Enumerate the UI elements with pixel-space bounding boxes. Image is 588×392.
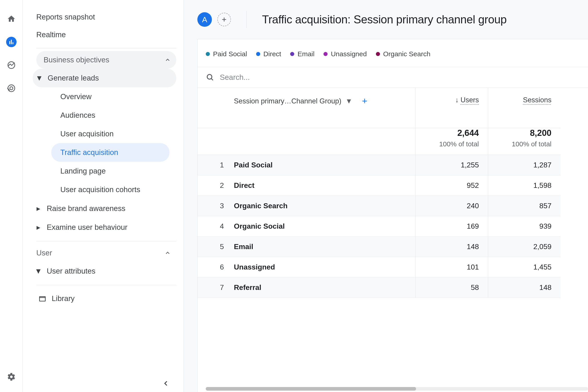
collapse-sidebar-button[interactable] — [162, 379, 170, 388]
row-channel[interactable]: Referral — [234, 278, 415, 298]
section-label: User — [36, 249, 52, 257]
row-channel[interactable]: Organic Search — [234, 196, 415, 216]
advertising-icon[interactable] — [6, 83, 16, 94]
row-channel[interactable]: Direct — [234, 175, 415, 196]
icon-rail — [0, 0, 23, 392]
row-channel[interactable]: Unassigned — [234, 257, 415, 278]
totals-users-value: 2,644 — [416, 128, 479, 138]
subnav-landing-page[interactable]: Landing page — [60, 162, 176, 180]
row-channel[interactable]: Email — [234, 236, 415, 257]
row-users: 169 — [415, 216, 488, 236]
row-index: 5 — [198, 236, 234, 257]
th-users[interactable]: ↓Users — [415, 88, 488, 128]
chevron-up-icon — [164, 250, 171, 256]
legend-label: Email — [298, 50, 314, 58]
th-sessions[interactable]: Sessions — [488, 88, 560, 128]
main: A Traffic acquisition: Session primary c… — [184, 0, 588, 392]
row-users: 240 — [415, 196, 488, 216]
row-sessions: 1,455 — [488, 257, 560, 278]
subnav-generate-leads: Overview Audiences User acquisition Traf… — [36, 87, 176, 199]
group-raise-brand-awareness[interactable]: ▸ Raise brand awareness — [36, 199, 176, 218]
row-channel[interactable]: Paid Social — [234, 155, 415, 175]
nav-library[interactable]: Library — [36, 288, 176, 303]
reports-icon[interactable] — [6, 37, 16, 47]
row-index: 6 — [198, 257, 234, 278]
legend-dot-icon — [206, 52, 210, 56]
divider — [36, 48, 176, 48]
totals-users: 2,644 100% of total — [415, 128, 488, 155]
data-table: Session primary…Channel Group) ▼ + ↓User… — [198, 88, 588, 298]
row-sessions: 857 — [488, 196, 560, 216]
row-index: 7 — [198, 278, 234, 298]
horizontal-scrollbar[interactable] — [206, 387, 588, 391]
explore-icon[interactable] — [6, 60, 16, 70]
row-index: 3 — [198, 196, 234, 216]
svg-point-1 — [8, 85, 15, 92]
chevron-up-icon — [164, 57, 171, 63]
subnav-user-acquisition[interactable]: User acquisition — [60, 124, 176, 143]
row-index: 2 — [198, 175, 234, 196]
row-users: 1,255 — [415, 155, 488, 175]
section-user[interactable]: User — [36, 244, 176, 262]
search-input[interactable] — [220, 73, 580, 82]
divider — [246, 11, 246, 28]
th-dimension[interactable]: Session primary…Channel Group) ▼ + — [234, 88, 415, 128]
section-label: Business objectives — [44, 56, 109, 64]
legend-label: Unassigned — [331, 50, 366, 58]
metric-label: Users — [460, 96, 479, 104]
report-header: A Traffic acquisition: Session primary c… — [184, 0, 588, 39]
scrollbar-thumb[interactable] — [206, 387, 416, 391]
sidebar: Reports snapshot Realtime Business objec… — [23, 0, 184, 392]
add-comparison-button[interactable] — [217, 13, 231, 26]
row-channel[interactable]: Organic Social — [234, 216, 415, 236]
row-users: 148 — [415, 236, 488, 257]
legend-label: Direct — [264, 50, 281, 58]
subnav-overview[interactable]: Overview — [60, 87, 176, 106]
group-label: Examine user behaviour — [47, 223, 128, 232]
table-search[interactable] — [198, 67, 588, 88]
legend-item[interactable]: Email — [290, 50, 314, 58]
row-users: 952 — [415, 175, 488, 196]
caret-down-icon: ▼ — [37, 74, 41, 82]
legend-item[interactable]: Organic Search — [376, 50, 430, 58]
row-index: 4 — [198, 216, 234, 236]
row-users: 101 — [415, 257, 488, 278]
divider — [36, 285, 176, 285]
totals-sessions-sub: 100% of total — [512, 140, 552, 148]
group-label: Generate leads — [48, 74, 99, 82]
totals-users-sub: 100% of total — [439, 140, 479, 148]
legend-item[interactable]: Direct — [256, 50, 281, 58]
row-sessions: 1,598 — [488, 175, 560, 196]
comparison-chip[interactable]: A — [197, 12, 212, 27]
th-index — [198, 88, 234, 128]
totals-spacer — [234, 128, 415, 155]
subnav-audiences[interactable]: Audiences — [60, 106, 176, 124]
section-business-objectives[interactable]: Business objectives — [36, 51, 176, 69]
group-user-attributes[interactable]: ▼ User attributes — [36, 262, 176, 280]
legend-item[interactable]: Unassigned — [324, 50, 366, 58]
row-index: 1 — [198, 155, 234, 175]
row-sessions: 2,059 — [488, 236, 560, 257]
home-icon[interactable] — [6, 14, 16, 24]
row-sessions: 1,287 — [488, 155, 560, 175]
legend-item[interactable]: Paid Social — [206, 50, 247, 58]
group-generate-leads[interactable]: ▼ Generate leads — [33, 69, 176, 87]
row-users: 58 — [415, 278, 488, 298]
page-title: Traffic acquisition: Session primary cha… — [262, 13, 506, 26]
library-label: Library — [52, 294, 75, 303]
totals-spacer — [198, 128, 234, 155]
svg-point-2 — [10, 87, 13, 90]
add-dimension-button[interactable]: + — [362, 96, 367, 106]
search-icon — [206, 73, 214, 82]
group-label: Raise brand awareness — [47, 204, 126, 213]
subnav-traffic-acquisition[interactable]: Traffic acquisition — [51, 143, 170, 162]
admin-gear-icon[interactable] — [6, 372, 16, 382]
group-examine-user-behaviour[interactable]: ▸ Examine user behaviour — [36, 218, 176, 236]
nav-reports-snapshot[interactable]: Reports snapshot — [36, 8, 176, 26]
row-sessions: 148 — [488, 278, 560, 298]
nav-realtime[interactable]: Realtime — [36, 26, 176, 44]
svg-point-4 — [207, 74, 212, 79]
subnav-user-acquisition-cohorts[interactable]: User acquisition cohorts — [60, 180, 176, 199]
group-label: User attributes — [47, 267, 96, 276]
legend-label: Paid Social — [213, 50, 247, 58]
